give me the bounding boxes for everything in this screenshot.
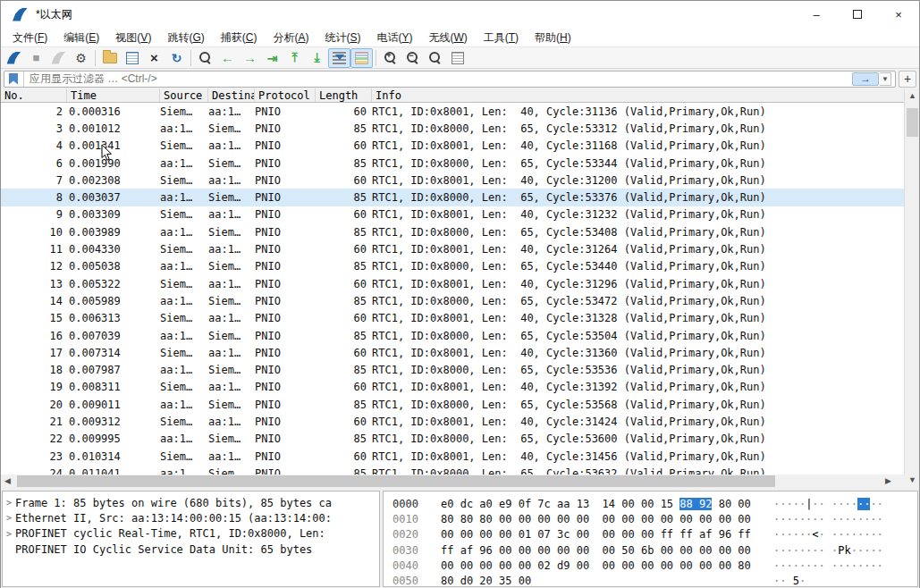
menu-item-9[interactable]: 工具(T): [476, 28, 527, 47]
maximize-button[interactable]: [837, 1, 878, 28]
start-capture-button[interactable]: [3, 48, 25, 68]
packet-row-7[interactable]: 70.002308Siem…aa:1…PNIO60RTC1, ID:0x8001…: [1, 172, 906, 189]
packet-row-11[interactable]: 110.004330Siem…aa:1…PNIO60RTC1, ID:0x800…: [1, 240, 906, 257]
hex-row-0040[interactable]: 004000 00 00 00 00 02 d9 00 00 00 00 00 …: [392, 558, 917, 573]
vertical-scroll-thumb[interactable]: [907, 108, 918, 137]
packet-row-19[interactable]: 190.008311Siem…aa:1…PNIO60RTC1, ID:0x800…: [1, 379, 906, 396]
packet-row-14[interactable]: 140.005989aa:1…Siem…PNIO85RTC1, ID:0x800…: [1, 292, 906, 309]
packet-row-16[interactable]: 160.007039aa:1…Siem…PNIO85RTC1, ID:0x800…: [1, 327, 906, 344]
menu-item-8[interactable]: 无线(W): [420, 28, 475, 47]
capture-options-button[interactable]: ⚙: [70, 48, 92, 68]
vertical-scrollbar[interactable]: ▲ ▼: [904, 88, 919, 488]
menu-item-5[interactable]: 分析(A): [265, 28, 317, 47]
zoom-out-button[interactable]: −: [401, 48, 424, 68]
filter-bookmark-icon[interactable]: [9, 73, 18, 85]
expander-icon[interactable]: >: [3, 513, 15, 523]
packet-row-10[interactable]: 100.003989aa:1…Siem…PNIO85RTC1, ID:0x800…: [1, 223, 906, 240]
packet-row-22[interactable]: 220.009995aa:1…Siem…PNIO85RTC1, ID:0x800…: [1, 431, 906, 448]
hex-row-0030[interactable]: 0030ff af 96 00 00 00 00 00 00 50 6b 00 …: [392, 542, 917, 558]
ascii-bytes[interactable]: ·····|·· ········: [773, 498, 883, 510]
packet-row-8[interactable]: 80.003037aa:1…Siem…PNIO85RTC1, ID:0x8000…: [1, 189, 906, 206]
column-destination[interactable]: Destina: [208, 88, 255, 102]
column-info[interactable]: Info: [372, 88, 906, 102]
hex-row-0020[interactable]: 002000 00 00 00 01 07 3c 00 00 00 00 ff …: [392, 527, 917, 542]
zoom-100-button[interactable]: [424, 48, 446, 68]
go-to-packet-button[interactable]: ⇥: [261, 48, 283, 68]
close-button[interactable]: ×: [878, 1, 919, 28]
ascii-bytes[interactable]: ········ ·Pk·····: [773, 544, 883, 557]
packet-row-12[interactable]: 120.005038aa:1…Siem…PNIO85RTC1, ID:0x800…: [1, 258, 906, 275]
find-packet-button[interactable]: [194, 48, 216, 68]
close-file-button[interactable]: ×: [143, 48, 165, 68]
hex-row-0010[interactable]: 001080 80 80 00 00 00 00 00 00 00 00 00 …: [392, 511, 917, 526]
menu-item-0[interactable]: 文件(F): [4, 28, 55, 47]
scroll-right-icon[interactable]: ▶: [882, 475, 895, 488]
ascii-bytes[interactable]: ········ ········: [773, 513, 883, 525]
column-time[interactable]: Time: [67, 88, 160, 102]
reload-button[interactable]: ↻: [165, 48, 188, 68]
packet-row-9[interactable]: 90.003309Siem…aa:1…PNIO60RTC1, ID:0x8001…: [1, 206, 906, 223]
auto-scroll-button[interactable]: [328, 48, 350, 68]
scroll-up-icon[interactable]: ▲: [905, 88, 920, 104]
column-length[interactable]: Length: [316, 88, 372, 102]
packet-row-13[interactable]: 130.005322Siem…aa:1…PNIO60RTC1, ID:0x800…: [1, 275, 906, 292]
add-filter-button[interactable]: +: [899, 71, 916, 88]
hex-bytes[interactable]: 80 d0 20 35 00: [441, 575, 755, 587]
stop-capture-button[interactable]: ■: [25, 48, 47, 68]
packet-row-2[interactable]: 20.000316Siem…aa:1…PNIO60RTC1, ID:0x8001…: [1, 103, 906, 120]
menu-item-4[interactable]: 捕获(C): [213, 28, 266, 47]
save-file-button[interactable]: [121, 48, 143, 68]
scroll-down-icon[interactable]: ▼: [905, 473, 920, 488]
packet-row-17[interactable]: 170.007314Siem…aa:1…PNIO60RTC1, ID:0x800…: [1, 344, 906, 361]
minimize-button[interactable]: –: [796, 1, 837, 28]
menu-item-6[interactable]: 统计(S): [317, 28, 368, 47]
apply-filter-button[interactable]: →: [852, 72, 879, 86]
packet-row-4[interactable]: 40.001341Siem…aa:1…PNIO60RTC1, ID:0x8001…: [1, 138, 906, 155]
zoom-in-button[interactable]: +: [379, 48, 401, 68]
display-filter-input[interactable]: 应用显示过滤器 … <Ctrl-/> → ▼: [4, 71, 896, 88]
hex-bytes[interactable]: ff af 96 00 00 00 00 00 00 50 6b 00 00 0…: [441, 544, 755, 557]
horizontal-scrollbar[interactable]: ◀ ▶: [1, 475, 906, 488]
ascii-bytes[interactable]: ········ ········: [773, 559, 883, 572]
go-first-packet-button[interactable]: ⤒: [283, 48, 306, 68]
column-protocol[interactable]: Protocol: [255, 88, 316, 102]
packet-row-3[interactable]: 30.001012aa:1…Siem…PNIO85RTC1, ID:0x8000…: [1, 120, 906, 137]
scroll-left-icon[interactable]: ◀: [1, 475, 14, 488]
colorize-button[interactable]: [350, 48, 373, 68]
hex-bytes[interactable]: e0 dc a0 e9 0f 7c aa 13 14 00 00 15 88 9…: [441, 498, 755, 510]
menu-item-10[interactable]: 帮助(H): [527, 28, 579, 47]
menu-item-3[interactable]: 跳转(G): [159, 28, 212, 47]
column-no[interactable]: No.: [1, 88, 67, 102]
hex-bytes[interactable]: 00 00 00 00 01 07 3c 00 00 00 00 ff ff a…: [441, 528, 755, 541]
packet-row-24[interactable]: 240.011041aa:1…Siem…PNIO85RTC1, ID:0x800…: [1, 465, 906, 475]
packet-row-20[interactable]: 200.009011aa:1…Siem…PNIO85RTC1, ID:0x800…: [1, 396, 906, 413]
detail-row-3[interactable]: PROFINET IO Cyclic Service Data Unit: 65…: [3, 542, 379, 557]
expander-icon[interactable]: >: [3, 498, 15, 508]
filter-dropdown-caret[interactable]: ▼: [880, 72, 891, 86]
hex-bytes[interactable]: 00 00 00 00 00 02 d9 00 00 00 00 00 00 0…: [441, 559, 755, 572]
go-last-packet-button[interactable]: ⤓: [306, 48, 328, 68]
hex-bytes[interactable]: 80 80 80 00 00 00 00 00 00 00 00 00 00 0…: [441, 513, 755, 525]
detail-row-0[interactable]: >Frame 1: 85 bytes on wire (680 bits), 8…: [3, 495, 379, 510]
ascii-bytes[interactable]: ······<· ········: [773, 528, 883, 541]
hex-row-0000[interactable]: 0000e0 dc a0 e9 0f 7c aa 13 14 00 00 15 …: [392, 496, 917, 511]
resize-columns-button[interactable]: [446, 48, 468, 68]
hex-row-0050[interactable]: 005080 d0 20 35 00·· 5·: [392, 573, 917, 587]
detail-row-1[interactable]: >Ethernet II, Src: aa:13:14:00:00:15 (aa…: [3, 510, 379, 525]
go-forward-button[interactable]: →: [239, 48, 261, 68]
open-file-button[interactable]: [98, 48, 121, 68]
ascii-bytes[interactable]: ·· 5·: [773, 575, 806, 587]
packet-row-6[interactable]: 60.001990aa:1…Siem…PNIO85RTC1, ID:0x8000…: [1, 155, 906, 172]
column-source[interactable]: Source: [160, 88, 208, 102]
packet-row-23[interactable]: 230.010314Siem…aa:1…PNIO60RTC1, ID:0x800…: [1, 448, 906, 465]
expander-icon[interactable]: >: [3, 529, 15, 539]
packet-row-21[interactable]: 210.009312Siem…aa:1…PNIO60RTC1, ID:0x800…: [1, 413, 906, 430]
packet-row-15[interactable]: 150.006313Siem…aa:1…PNIO60RTC1, ID:0x800…: [1, 310, 906, 327]
go-back-button[interactable]: ←: [216, 48, 239, 68]
packet-row-18[interactable]: 180.007987aa:1…Siem…PNIO85RTC1, ID:0x800…: [1, 361, 906, 378]
detail-row-2[interactable]: >PROFINET cyclic Real-Time, RTC1, ID:0x8…: [3, 526, 379, 542]
horizontal-scroll-thumb[interactable]: [17, 475, 775, 487]
menu-item-1[interactable]: 编辑(E): [55, 28, 107, 47]
menu-item-2[interactable]: 视图(V): [107, 28, 159, 47]
menu-item-7[interactable]: 电话(Y): [368, 28, 420, 47]
